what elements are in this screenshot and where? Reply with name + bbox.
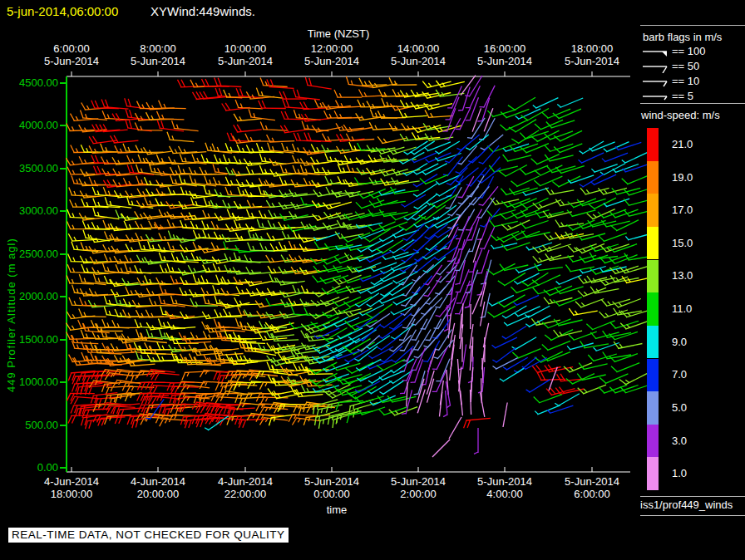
colorbar-segment bbox=[647, 227, 659, 260]
barb-legend-text: == 5 bbox=[672, 90, 693, 102]
top-axis-tick: 18:00:005-Jun-2014 bbox=[565, 42, 619, 67]
top-axis-tick: 8:00:005-Jun-2014 bbox=[131, 42, 185, 67]
colorbar-value: 3.0 bbox=[672, 435, 687, 447]
colorbar-value: 7.0 bbox=[672, 368, 687, 381]
left-axis-tick: 2500.00 bbox=[0, 248, 58, 260]
full-long-barb-icon bbox=[642, 61, 670, 73]
colorbar-segment bbox=[647, 194, 659, 227]
colorbar-value: 19.0 bbox=[672, 171, 693, 184]
left-axis-tick: 3000.00 bbox=[0, 204, 58, 217]
colorbar-value: 1.0 bbox=[672, 467, 687, 479]
left-axis-tick: 1500.00 bbox=[0, 333, 58, 346]
top-axis-tick: 16:00:005-Jun-2014 bbox=[477, 42, 532, 67]
barb-legend-entry: == 10 bbox=[642, 75, 742, 90]
left-axis-tick: 4500.00 bbox=[0, 76, 58, 89]
wind-profiler-screen: 5-jun-2014,06:00:00 XYWind:449winds. Tim… bbox=[0, 0, 745, 560]
left-axis-label: 449 Profiler Altitude (m agl) bbox=[5, 238, 17, 392]
barb-legend-entry: == 50 bbox=[642, 60, 742, 75]
bottom-axis-tick: 5-Jun-20144:00:00 bbox=[477, 475, 532, 500]
barb-legend-title: barb flags in m/s bbox=[643, 31, 722, 43]
colorbar-value: 5.0 bbox=[672, 401, 687, 414]
barb-legend-entry: == 100 bbox=[642, 45, 742, 60]
legend-separator-top bbox=[640, 25, 745, 26]
left-axis-tick: 0.00 bbox=[0, 461, 58, 474]
bottom-axis-tick: 4-Jun-201420:00:00 bbox=[131, 475, 185, 500]
plot-title: XYWind:449winds. bbox=[150, 4, 255, 18]
bottom-axis-tick: 4-Jun-201422:00:00 bbox=[218, 475, 273, 500]
plot-timestamp: 5-jun-2014,06:00:00 bbox=[7, 4, 118, 18]
wind-speed-colorbar: 21.019.017.015.013.011.09.07.05.03.01.0 bbox=[647, 128, 745, 490]
colorbar-segment bbox=[647, 292, 659, 326]
speed-legend-title: wind-speed: m/s bbox=[641, 109, 720, 121]
left-axis-tick: 1000.00 bbox=[0, 376, 58, 388]
colorbar-segment bbox=[647, 326, 659, 359]
quality-disclaimer: REAL-TIME DATA, NOT CHECKED FOR QUALITY bbox=[8, 528, 289, 543]
colorbar-segment bbox=[647, 260, 659, 293]
colorbar-value: 13.0 bbox=[672, 269, 693, 282]
colorbar-segment bbox=[647, 457, 659, 490]
left-axis-tick: 4000.00 bbox=[0, 119, 58, 131]
wind-barb-plot bbox=[0, 0, 745, 560]
colorbar-segment bbox=[647, 161, 659, 194]
colorbar-value: 9.0 bbox=[672, 336, 687, 348]
legend-separator-mid bbox=[640, 103, 745, 104]
colorbar-value: 17.0 bbox=[672, 204, 693, 216]
barb-legend-text: == 100 bbox=[672, 45, 706, 57]
full-barb-icon bbox=[642, 76, 670, 88]
colorbar-value: 11.0 bbox=[672, 302, 692, 315]
legend-separator-low bbox=[640, 496, 745, 497]
colorbar-segment bbox=[647, 425, 659, 458]
top-axis-label: Time (NZST) bbox=[308, 27, 370, 40]
bottom-axis-tick: 4-Jun-201418:00:00 bbox=[44, 475, 99, 500]
bottom-axis-label: time bbox=[327, 504, 348, 516]
barb-legend-text: == 10 bbox=[672, 75, 699, 87]
pennant-barb-icon bbox=[642, 47, 670, 58]
half-barb-icon bbox=[642, 91, 670, 103]
left-axis-tick: 500.00 bbox=[0, 419, 58, 431]
colorbar-segment bbox=[647, 359, 659, 392]
bottom-axis-tick: 5-Jun-20142:00:00 bbox=[391, 475, 446, 500]
left-axis-tick: 3500.00 bbox=[0, 162, 58, 174]
barb-legend-text: == 50 bbox=[672, 60, 699, 72]
colorbar-segment bbox=[647, 391, 659, 425]
top-axis-tick: 10:00:005-Jun-2014 bbox=[218, 42, 273, 67]
top-axis-tick: 14:00:005-Jun-2014 bbox=[391, 42, 446, 67]
colorbar-segment bbox=[647, 128, 659, 161]
left-axis-tick: 2000.00 bbox=[0, 290, 58, 302]
top-axis-tick: 12:00:005-Jun-2014 bbox=[304, 42, 359, 67]
bottom-axis-tick: 5-Jun-20140:00:00 bbox=[304, 475, 359, 500]
bottom-axis-tick: 5-Jun-20146:00:00 bbox=[565, 475, 619, 500]
data-source-label: iss1/prof449_winds bbox=[640, 499, 745, 511]
colorbar-value: 21.0 bbox=[672, 138, 693, 150]
legend-separator-bottom bbox=[640, 515, 745, 516]
top-axis-tick: 6:00:005-Jun-2014 bbox=[44, 42, 99, 67]
colorbar-value: 15.0 bbox=[672, 237, 693, 249]
